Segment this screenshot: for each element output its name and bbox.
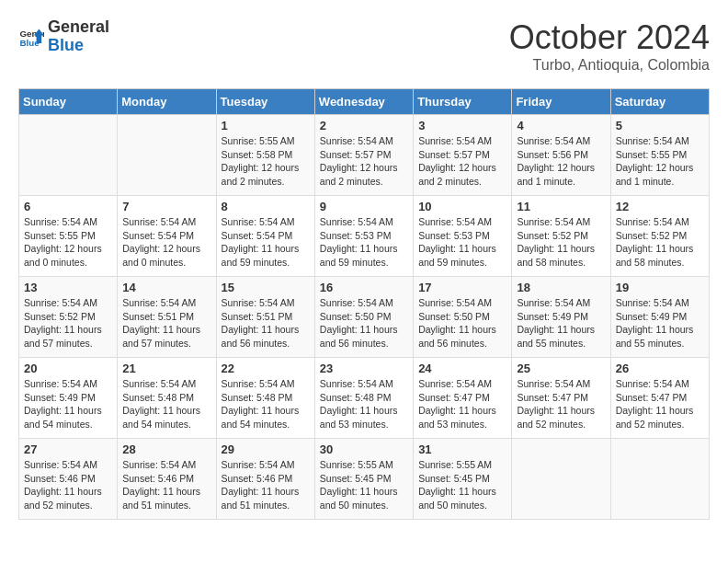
header-thursday: Thursday xyxy=(414,89,512,115)
day-info: Sunrise: 5:54 AM Sunset: 5:53 PM Dayligh… xyxy=(320,215,408,270)
calendar-cell: 31Sunrise: 5:55 AM Sunset: 5:45 PM Dayli… xyxy=(414,439,512,520)
day-info: Sunrise: 5:54 AM Sunset: 5:46 PM Dayligh… xyxy=(122,458,210,512)
calendar-cell: 26Sunrise: 5:54 AM Sunset: 5:47 PM Dayli… xyxy=(610,358,709,439)
title-block: October 2024 Turbo, Antioquia, Colombia xyxy=(509,18,710,74)
month-title: October 2024 xyxy=(509,18,710,57)
header-saturday: Saturday xyxy=(610,89,709,115)
day-info: Sunrise: 5:54 AM Sunset: 5:49 PM Dayligh… xyxy=(24,377,112,431)
day-number: 16 xyxy=(320,281,408,294)
calendar-cell: 9Sunrise: 5:54 AM Sunset: 5:53 PM Daylig… xyxy=(314,196,413,277)
day-number: 20 xyxy=(24,362,112,375)
day-number: 8 xyxy=(222,200,310,213)
day-info: Sunrise: 5:55 AM Sunset: 5:45 PM Dayligh… xyxy=(320,458,408,512)
calendar-cell: 5Sunrise: 5:54 AM Sunset: 5:55 PM Daylig… xyxy=(610,115,709,196)
day-number: 19 xyxy=(616,281,704,294)
location: Turbo, Antioquia, Colombia xyxy=(509,57,710,74)
week-row-3: 20Sunrise: 5:54 AM Sunset: 5:49 PM Dayli… xyxy=(19,358,710,439)
day-info: Sunrise: 5:54 AM Sunset: 5:51 PM Dayligh… xyxy=(222,296,310,350)
calendar-cell: 11Sunrise: 5:54 AM Sunset: 5:52 PM Dayli… xyxy=(512,196,610,277)
calendar-cell: 17Sunrise: 5:54 AM Sunset: 5:50 PM Dayli… xyxy=(414,277,512,358)
calendar-cell: 1Sunrise: 5:55 AM Sunset: 5:58 PM Daylig… xyxy=(216,115,314,196)
day-info: Sunrise: 5:54 AM Sunset: 5:50 PM Dayligh… xyxy=(320,296,408,350)
calendar-cell: 23Sunrise: 5:54 AM Sunset: 5:48 PM Dayli… xyxy=(314,358,413,439)
day-number: 14 xyxy=(122,281,210,294)
logo: General Blue General Blue xyxy=(18,18,109,55)
day-info: Sunrise: 5:54 AM Sunset: 5:53 PM Dayligh… xyxy=(418,215,506,270)
header-wednesday: Wednesday xyxy=(314,89,413,115)
calendar-cell: 12Sunrise: 5:54 AM Sunset: 5:52 PM Dayli… xyxy=(610,196,709,277)
day-number: 2 xyxy=(320,119,408,132)
day-number: 13 xyxy=(24,281,112,294)
day-info: Sunrise: 5:54 AM Sunset: 5:52 PM Dayligh… xyxy=(24,296,112,350)
calendar-cell: 30Sunrise: 5:55 AM Sunset: 5:45 PM Dayli… xyxy=(314,439,413,520)
calendar-cell xyxy=(610,439,709,520)
week-row-4: 27Sunrise: 5:54 AM Sunset: 5:46 PM Dayli… xyxy=(19,439,710,520)
calendar-cell xyxy=(19,115,118,196)
day-number: 6 xyxy=(24,200,112,213)
day-info: Sunrise: 5:54 AM Sunset: 5:54 PM Dayligh… xyxy=(222,215,310,270)
day-info: Sunrise: 5:54 AM Sunset: 5:55 PM Dayligh… xyxy=(616,134,704,189)
logo-general: General xyxy=(48,18,109,37)
day-info: Sunrise: 5:54 AM Sunset: 5:50 PM Dayligh… xyxy=(418,296,506,350)
page-header: General Blue General Blue October 2024 T… xyxy=(18,18,710,74)
day-info: Sunrise: 5:54 AM Sunset: 5:54 PM Dayligh… xyxy=(122,215,210,270)
day-number: 9 xyxy=(320,200,408,213)
day-number: 25 xyxy=(517,362,605,375)
day-info: Sunrise: 5:54 AM Sunset: 5:51 PM Dayligh… xyxy=(122,296,210,350)
calendar-cell: 10Sunrise: 5:54 AM Sunset: 5:53 PM Dayli… xyxy=(414,196,512,277)
calendar-cell: 7Sunrise: 5:54 AM Sunset: 5:54 PM Daylig… xyxy=(118,196,216,277)
day-number: 31 xyxy=(418,442,506,456)
day-number: 18 xyxy=(517,281,605,294)
day-info: Sunrise: 5:55 AM Sunset: 5:58 PM Dayligh… xyxy=(222,134,310,189)
week-row-0: 1Sunrise: 5:55 AM Sunset: 5:58 PM Daylig… xyxy=(19,115,710,196)
header-sunday: Sunday xyxy=(19,89,118,115)
calendar-header-row: SundayMondayTuesdayWednesdayThursdayFrid… xyxy=(19,89,710,115)
logo-icon: General Blue xyxy=(18,24,44,50)
calendar-table: SundayMondayTuesdayWednesdayThursdayFrid… xyxy=(18,88,710,520)
calendar-cell: 21Sunrise: 5:54 AM Sunset: 5:48 PM Dayli… xyxy=(118,358,216,439)
day-number: 29 xyxy=(222,442,310,456)
calendar-cell: 15Sunrise: 5:54 AM Sunset: 5:51 PM Dayli… xyxy=(216,277,314,358)
day-info: Sunrise: 5:54 AM Sunset: 5:48 PM Dayligh… xyxy=(320,377,408,431)
calendar-cell: 25Sunrise: 5:54 AM Sunset: 5:47 PM Dayli… xyxy=(512,358,610,439)
day-info: Sunrise: 5:54 AM Sunset: 5:47 PM Dayligh… xyxy=(517,377,605,431)
day-info: Sunrise: 5:54 AM Sunset: 5:48 PM Dayligh… xyxy=(222,377,310,431)
calendar-cell: 3Sunrise: 5:54 AM Sunset: 5:57 PM Daylig… xyxy=(414,115,512,196)
day-info: Sunrise: 5:54 AM Sunset: 5:46 PM Dayligh… xyxy=(24,458,112,512)
day-info: Sunrise: 5:54 AM Sunset: 5:56 PM Dayligh… xyxy=(517,134,605,189)
day-number: 27 xyxy=(24,442,112,456)
calendar-cell: 14Sunrise: 5:54 AM Sunset: 5:51 PM Dayli… xyxy=(118,277,216,358)
day-number: 1 xyxy=(222,119,310,132)
calendar-cell: 20Sunrise: 5:54 AM Sunset: 5:49 PM Dayli… xyxy=(19,358,118,439)
day-info: Sunrise: 5:54 AM Sunset: 5:55 PM Dayligh… xyxy=(24,215,112,270)
day-info: Sunrise: 5:54 AM Sunset: 5:48 PM Dayligh… xyxy=(122,377,210,431)
calendar-cell: 18Sunrise: 5:54 AM Sunset: 5:49 PM Dayli… xyxy=(512,277,610,358)
week-row-1: 6Sunrise: 5:54 AM Sunset: 5:55 PM Daylig… xyxy=(19,196,710,277)
calendar-cell: 8Sunrise: 5:54 AM Sunset: 5:54 PM Daylig… xyxy=(216,196,314,277)
day-number: 15 xyxy=(222,281,310,294)
calendar-cell: 4Sunrise: 5:54 AM Sunset: 5:56 PM Daylig… xyxy=(512,115,610,196)
day-number: 12 xyxy=(616,200,704,213)
header-monday: Monday xyxy=(118,89,216,115)
logo-blue: Blue xyxy=(48,37,109,55)
day-number: 17 xyxy=(418,281,506,294)
day-number: 3 xyxy=(418,119,506,132)
day-number: 10 xyxy=(418,200,506,213)
calendar-cell: 24Sunrise: 5:54 AM Sunset: 5:47 PM Dayli… xyxy=(414,358,512,439)
calendar-cell: 2Sunrise: 5:54 AM Sunset: 5:57 PM Daylig… xyxy=(314,115,413,196)
calendar-body: 1Sunrise: 5:55 AM Sunset: 5:58 PM Daylig… xyxy=(19,115,710,520)
day-info: Sunrise: 5:54 AM Sunset: 5:52 PM Dayligh… xyxy=(517,215,605,270)
calendar-cell: 27Sunrise: 5:54 AM Sunset: 5:46 PM Dayli… xyxy=(19,439,118,520)
day-number: 28 xyxy=(122,442,210,456)
calendar-cell: 28Sunrise: 5:54 AM Sunset: 5:46 PM Dayli… xyxy=(118,439,216,520)
day-number: 4 xyxy=(517,119,605,132)
calendar-cell: 19Sunrise: 5:54 AM Sunset: 5:49 PM Dayli… xyxy=(610,277,709,358)
day-number: 22 xyxy=(222,362,310,375)
header-friday: Friday xyxy=(512,89,610,115)
calendar-cell xyxy=(512,439,610,520)
day-number: 11 xyxy=(517,200,605,213)
calendar-cell: 6Sunrise: 5:54 AM Sunset: 5:55 PM Daylig… xyxy=(19,196,118,277)
calendar-cell: 22Sunrise: 5:54 AM Sunset: 5:48 PM Dayli… xyxy=(216,358,314,439)
calendar-cell: 16Sunrise: 5:54 AM Sunset: 5:50 PM Dayli… xyxy=(314,277,413,358)
day-number: 30 xyxy=(320,442,408,456)
